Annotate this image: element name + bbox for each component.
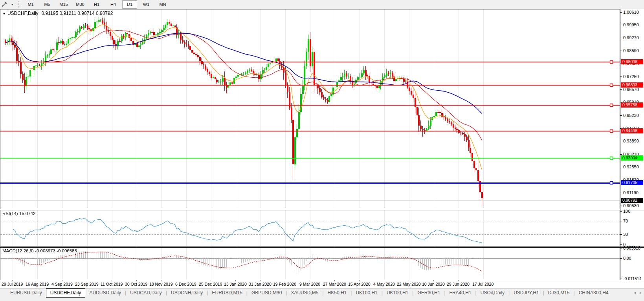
time-tick [285,280,285,281]
time-tick-label: 15 Apr 2020 [348,282,371,286]
macd-tick [620,258,622,259]
price-tick-label: 0.99950 [623,22,639,27]
time-tick [310,280,310,281]
time-tick-label: 29 Jun 2020 [447,282,470,286]
price-tick-label: 0.96570 [623,87,639,92]
pane-divider [620,210,644,210]
tab-china300-h4[interactable]: CHINA300,H4 [575,289,613,297]
chart-title: ▼USDCHF,Daily0.91195 0.91211 0.90714 0.9… [2,11,113,16]
timeframe-button-d1[interactable]: D1 [122,0,137,9]
time-tick-label: 6 Dec 2019 [175,282,196,286]
price-tick [620,206,622,206]
time-tick-label: 25 Dec 2019 [199,282,222,286]
timeframe-buttons: M1M5M15M30H1H4D1W1MN [22,0,171,9]
tab-usdcnh-daily[interactable]: USDCNH,Daily [167,289,207,297]
time-tick-label: 31 Jan 2020 [249,282,272,286]
rsi-indicator-pane: RSI(14) 15.0742 [0,210,620,246]
time-tick [87,280,87,281]
rsi-tick [620,211,622,212]
tab-fra40-h1[interactable]: FRA40,H1 [446,289,475,297]
tab-scroll-right-icon[interactable]: ▸ [640,290,642,295]
tab-eurusd-m15[interactable]: EURUSD,M15 [208,289,246,297]
rsi-tick-label: 30 [623,232,628,237]
time-tick-label: 19 Feb 2020 [273,282,296,286]
timeframe-button-m30[interactable]: M30 [73,0,88,9]
tab-uk100-h1[interactable]: UK100,H1 [383,289,412,297]
time-tick [112,280,112,281]
time-tick-label: 29 Jul 2019 [2,282,23,286]
tab-gbpusd-m30[interactable]: GBPUSD,M30 [248,289,286,297]
macd-label: MACD(12,26,9) -0.008973 -0.006588 [2,248,77,253]
time-tick [384,280,384,281]
price-tick [620,25,622,25]
tab-eurusd-daily[interactable]: EURUSD,Daily [6,289,46,297]
time-tick-label: 17 Jul 2020 [472,282,494,286]
tab-hk50-h1[interactable]: HK50,H1 [324,289,351,297]
chart-tab-bar: EURUSD,DailyUSDCHF,DailyAUDUSD,Daily|USD… [0,288,644,301]
price-chart-canvas[interactable] [0,9,620,209]
price-tick [620,38,622,38]
macd-tick-label: 0.00 [623,256,631,261]
rsi-tick-label: 100 [623,209,630,213]
rsi-canvas[interactable] [0,210,620,246]
price-tick-label: 0.93890 [623,139,639,143]
tab-scroll-left-icon[interactable]: ◂ [634,290,636,295]
timeframe-button-w1[interactable]: W1 [139,0,154,9]
time-tick-label: 9 Mar 2020 [299,282,320,286]
tab-dj30-m15[interactable]: DJ30,M15 [544,289,574,297]
chart-symbol-period: USDCHF,Daily [7,11,39,16]
price-axis: 1.006100.999500.992700.985900.979300.972… [620,9,644,280]
tab-ger30-h1[interactable]: GER30,H1 [413,289,444,297]
price-tick-label: 0.98590 [623,48,639,53]
time-tick-label: 11 Oct 2019 [101,282,123,286]
rsi-tick [620,244,622,245]
cursor-tool-button[interactable] [0,1,9,9]
level-price-badge: 0.95758 [621,102,643,108]
tab-usdcad-daily[interactable]: USDCAD,Daily [126,289,166,297]
tab-uk100-h1[interactable]: UK100,H1 [352,289,381,297]
timeframe-button-h4[interactable]: H4 [106,0,121,9]
price-tick [620,141,622,141]
time-tick-label: 4 Sep 2019 [51,282,73,286]
price-tick-label: 0.92550 [623,164,639,169]
chart-ohlc-values: 0.91195 0.91211 0.90714 0.90792 [42,11,113,16]
toolbar-grip [18,1,19,8]
time-tick [37,280,37,281]
price-tick [620,154,622,155]
tab-scrollers: ◂ ▸ [634,290,642,295]
time-tick-label: 27 Mar 2020 [323,282,346,286]
macd-canvas[interactable] [0,248,620,280]
tab-usoil-daily[interactable]: USOil,Daily [477,289,508,297]
timeframe-button-m15[interactable]: M15 [56,0,71,9]
price-tick [620,51,622,51]
pane-divider [620,247,644,248]
crosshair-icon [2,2,7,7]
timeframe-button-h1[interactable]: H1 [89,0,104,9]
level-price-badge: 0.93004 [621,155,643,161]
chevron-down-icon: ▾ [11,3,13,6]
collapse-chart-icon[interactable]: ▼ [2,12,6,16]
price-tick-label: 0.97250 [623,74,639,79]
price-tick-label: 0.90530 [623,203,639,208]
time-tick-label: 10 Jun 2020 [422,282,445,286]
tab-usdchf-daily[interactable]: USDCHF,Daily [46,288,86,298]
level-price-badge: 0.96803 [621,82,643,88]
mt4-window: ▾ M1M5M15M30H1H4D1W1MN ▼USDCHF,Daily0.91… [0,0,644,301]
timeframe-button-m5[interactable]: M5 [40,0,55,9]
tab-audusd-daily[interactable]: AUDUSD,Daily [85,289,125,297]
price-tick [620,89,622,90]
macd-indicator-pane: MACD(12,26,9) -0.008973 -0.006588 [0,247,620,280]
time-tick [409,280,409,281]
timeframe-button-mn[interactable]: MN [155,0,170,9]
timeframe-button-m1[interactable]: M1 [23,0,38,9]
cursor-tool-dropdown[interactable]: ▾ [9,1,15,9]
time-tick [260,280,261,281]
tab-xauusd-m5[interactable]: XAUUSD,M5 [287,289,322,297]
price-tick-label: 0.91190 [623,190,638,195]
price-tick [620,12,622,13]
time-tick [433,280,434,281]
time-tick [334,280,335,281]
rsi-tick-label: 70 [623,219,628,223]
tab-usdjpy-h1[interactable]: USDJPY,H1 [510,289,543,297]
timeframe-toolbar: ▾ M1M5M15M30H1H4D1W1MN [0,0,644,9]
